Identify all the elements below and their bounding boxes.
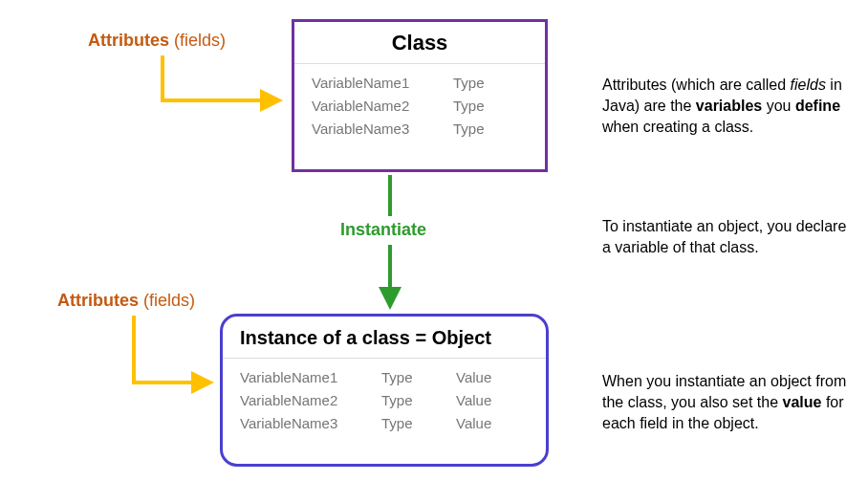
variables-bold: variables [696, 98, 762, 114]
object-title-eq: = [415, 327, 431, 348]
diagram-canvas: Attributes (fields) Attributes (fields) … [0, 0, 868, 503]
attributes-word: Attributes [57, 291, 143, 310]
class-body: VariableName1 Type VariableName2 Type Va… [294, 64, 545, 150]
class-box: Class VariableName1 Type VariableName2 T… [292, 19, 548, 172]
variable-name: VariableName1 [240, 366, 355, 389]
variable-name: VariableName3 [312, 118, 426, 141]
arrow-attributes-bottom-icon [134, 316, 208, 383]
fields-paren: (fields) [174, 31, 226, 50]
variable-type: Type [381, 412, 429, 435]
instantiate-label: Instantiate [340, 220, 426, 240]
value-bold: value [783, 394, 822, 410]
variable-type: Type [453, 72, 501, 95]
variable-name: VariableName1 [312, 72, 426, 95]
variable-name: VariableName3 [240, 412, 355, 435]
object-body: VariableName1 Type Value VariableName2 T… [223, 359, 546, 445]
variable-name: VariableName2 [312, 95, 426, 118]
class-title: Class [294, 22, 545, 64]
attributes-label-bottom: Attributes (fields) [57, 291, 195, 311]
class-row: VariableName3 Type [312, 118, 528, 141]
attributes-word: Attributes [88, 31, 174, 50]
variable-value: Value [456, 412, 504, 435]
explanation-bottom: When you instantiate an object from the … [602, 371, 851, 434]
variable-type: Type [381, 389, 429, 412]
object-row: VariableName3 Type Value [240, 412, 529, 435]
explanation-top: Attributes (which are called fields in J… [602, 75, 851, 138]
variable-name: VariableName2 [240, 389, 355, 412]
class-row: VariableName2 Type [312, 95, 528, 118]
variable-value: Value [456, 366, 504, 389]
variable-value: Value [456, 389, 504, 412]
object-box: Instance of a class = Object VariableNam… [220, 314, 549, 467]
fields-paren: (fields) [143, 291, 195, 310]
define-bold: define [795, 98, 840, 114]
attributes-label-top: Attributes (fields) [88, 31, 226, 51]
variable-type: Type [453, 95, 501, 118]
arrow-attributes-top-icon [163, 55, 277, 100]
variable-type: Type [453, 118, 501, 141]
object-title: Instance of a class = Object [223, 317, 546, 359]
object-row: VariableName2 Type Value [240, 389, 529, 412]
fields-italic: fields [791, 77, 826, 93]
object-title-prefix: Instance of a class [240, 327, 415, 348]
object-title-object: Object [432, 327, 491, 348]
object-row: VariableName1 Type Value [240, 366, 529, 389]
class-row: VariableName1 Type [312, 72, 528, 95]
variable-type: Type [381, 366, 429, 389]
explanation-middle: To instantiate an object, you declare a … [602, 216, 851, 258]
